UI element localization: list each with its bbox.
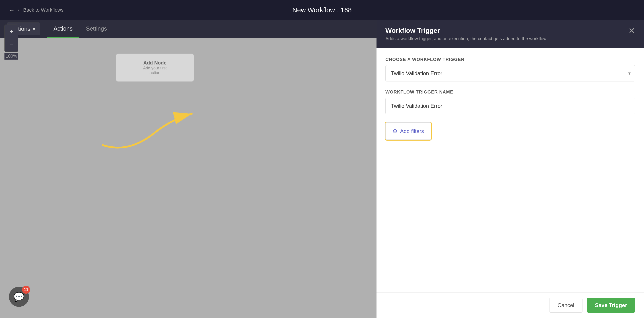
back-label: ← Back to Workflows [17,7,64,13]
trigger-name-input[interactable] [386,98,635,114]
add-node-subtitle: Add your first [125,66,185,71]
panel-body: CHOOSE A WORKFLOW TRIGGER Twilio Validat… [376,48,644,292]
panel-header: Workflow Trigger Adds a workflow trigger… [376,20,644,48]
trigger-select[interactable]: Twilio Validation Error Contact Created … [386,65,635,82]
zoom-in-button[interactable]: + [5,25,18,38]
panel-close-button[interactable]: ✕ [628,27,635,35]
back-arrow-icon: ← [9,7,15,14]
save-trigger-button[interactable]: Save Trigger [587,298,635,313]
add-filters-button[interactable]: ⊕ Add filters [386,122,431,140]
choose-trigger-label: CHOOSE A WORKFLOW TRIGGER [386,57,635,62]
tab-settings[interactable]: Settings [79,20,114,38]
arrow-annotation [85,92,218,154]
top-nav: ← ← Back to Workflows New Workflow : 168 [0,0,644,20]
panel-footer: Cancel Save Trigger [376,292,644,318]
panel-title: Workflow Trigger [386,27,546,34]
panel-header-text: Workflow Trigger Adds a workflow trigger… [386,27,546,41]
trigger-name-label: WORKFLOW TRIGGER NAME [386,90,635,95]
chat-icon: 💬 11 [9,287,29,307]
add-filters-label: Add filters [400,128,424,134]
cancel-button[interactable]: Cancel [549,298,582,313]
zoom-out-button[interactable]: − [5,38,18,52]
chat-badge-count: 11 [22,286,30,294]
chat-badge[interactable]: 💬 11 [9,287,31,309]
add-node-area: Add Node Add your first action [116,54,194,82]
main-area: Actions ▾ Actions Settings + − 100% [0,20,644,318]
zoom-toolbar: + − 100% [4,25,18,60]
add-node-title: Add Node [125,60,185,66]
zoom-level: 100% [4,53,18,60]
tab-actions[interactable]: Actions [47,20,79,38]
chevron-down-icon: ▾ [32,26,36,32]
back-to-workflows-link[interactable]: ← ← Back to Workflows [9,7,64,14]
panel-description: Adds a workflow trigger, and on executio… [386,36,546,41]
workflow-trigger-panel: Workflow Trigger Adds a workflow trigger… [376,20,644,318]
workflow-title: New Workflow : 168 [292,6,352,14]
add-filters-icon: ⊕ [392,128,398,135]
trigger-select-wrapper: Twilio Validation Error Contact Created … [386,65,635,82]
add-node-sub2: action [125,71,185,75]
